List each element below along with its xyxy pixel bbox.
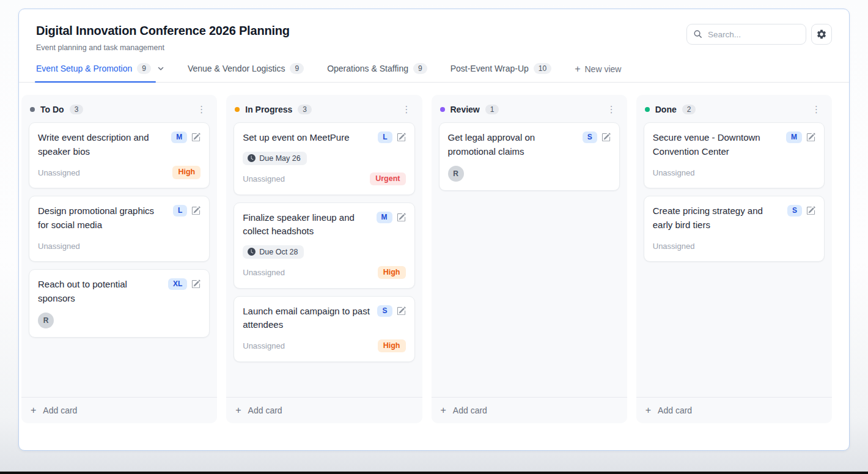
add-card-button[interactable]: +Add card	[21, 397, 217, 423]
column-menu-button[interactable]: ⋮	[194, 103, 208, 115]
plus-icon: +	[575, 64, 580, 74]
task-card[interactable]: Write event description and speaker bios…	[29, 122, 210, 188]
column-name: To Do	[40, 105, 64, 114]
size-badge: XL	[168, 278, 187, 290]
search-box	[686, 24, 806, 45]
status-dot	[30, 107, 35, 112]
add-card-label: Add card	[658, 405, 692, 415]
avatar[interactable]: R	[448, 166, 464, 182]
priority-badge: High	[172, 166, 200, 179]
screen-edge-strip	[0, 472, 868, 474]
assignee-label: Unassigned	[653, 242, 695, 251]
edit-card-button[interactable]	[191, 278, 200, 289]
task-card[interactable]: Launch email campaign to past attendeesS…	[234, 296, 414, 362]
card-title: Finalize speaker lineup and collect head…	[243, 211, 370, 239]
task-card[interactable]: Create pricing strategy and early bird t…	[644, 196, 825, 262]
edit-card-button[interactable]	[397, 131, 406, 142]
assignee-label: Unassigned	[243, 341, 285, 350]
column-cards: Get legal approval on promotional claims…	[432, 121, 627, 397]
column-count-badge: 3	[298, 105, 312, 114]
column-count-badge: 1	[485, 105, 499, 114]
card-actions: M	[377, 211, 406, 239]
edit-card-button[interactable]	[397, 305, 406, 316]
column-done: Done2⋮Secure venue - Downtown Convention…	[636, 95, 832, 423]
edit-card-button[interactable]	[191, 205, 200, 215]
column-header: Review1⋮	[432, 95, 627, 121]
edit-card-button[interactable]	[601, 131, 611, 142]
card-title: Get legal approval on promotional claims	[448, 131, 576, 158]
column-cards: Secure venue - Downtown Convention Cente…	[636, 121, 832, 397]
task-card[interactable]: Set up event on MeetPureLDue May 26Unass…	[234, 122, 414, 195]
tab-event-setup-promotion[interactable]: Event Setup & Promotion9	[36, 63, 164, 82]
task-card[interactable]: Design promotional graphics for social m…	[29, 196, 210, 262]
card-actions: M	[171, 131, 200, 158]
card-bottom: UnassignedHigh	[38, 166, 200, 179]
add-card-button[interactable]: +Add card	[636, 397, 832, 423]
column-in-progress: In Progress3⋮Set up event on MeetPureLDu…	[226, 95, 422, 423]
card-actions: S	[377, 305, 405, 332]
tab-label: Operations & Staffing	[327, 64, 408, 73]
search-input[interactable]	[686, 24, 806, 45]
card-top: Reach out to potential sponsorsXL	[38, 278, 200, 305]
task-card[interactable]: Get legal approval on promotional claims…	[439, 122, 620, 191]
tab-post-event-wrap-up[interactable]: Post-Event Wrap-Up10	[451, 63, 551, 82]
app-header: Digital Innovation Conference 2026 Plann…	[19, 9, 849, 52]
edit-icon	[397, 213, 406, 222]
column-menu-button[interactable]: ⋮	[809, 103, 823, 115]
chevron-down-icon[interactable]	[157, 65, 164, 72]
add-card-label: Add card	[43, 405, 77, 415]
column-menu-button[interactable]: ⋮	[400, 103, 414, 115]
add-card-button[interactable]: +Add card	[432, 397, 627, 423]
card-title: Reach out to potential sponsors	[38, 278, 162, 305]
clock-icon	[248, 248, 256, 256]
column-menu-button[interactable]: ⋮	[605, 103, 619, 115]
edit-icon	[191, 280, 200, 289]
clock-icon	[248, 154, 256, 162]
settings-button[interactable]	[811, 24, 832, 45]
card-bottom: Unassigned	[653, 239, 815, 253]
task-card[interactable]: Secure venue - Downtown Convention Cente…	[644, 122, 825, 188]
card-actions: M	[786, 131, 815, 158]
tab-label: Event Setup & Promotion	[36, 64, 132, 73]
due-date-label: Due Oct 28	[259, 248, 298, 256]
edit-card-button[interactable]	[191, 131, 200, 142]
task-card[interactable]: Reach out to potential sponsorsXLR	[29, 269, 210, 338]
card-top: Get legal approval on promotional claims…	[448, 131, 611, 158]
assignee-label: Unassigned	[243, 268, 285, 277]
tab-operations-staffing[interactable]: Operations & Staffing9	[327, 63, 427, 82]
card-top: Finalize speaker lineup and collect head…	[243, 211, 405, 239]
card-actions: S	[583, 131, 611, 158]
edit-card-button[interactable]	[806, 205, 815, 215]
add-card-label: Add card	[453, 405, 487, 415]
card-top: Secure venue - Downtown Convention Cente…	[653, 131, 815, 158]
add-card-button[interactable]: +Add card	[226, 397, 422, 423]
card-bottom: R	[448, 166, 611, 182]
column-count-badge: 2	[682, 105, 696, 114]
card-bottom: UnassignedUrgent	[243, 172, 405, 186]
card-bottom: UnassignedHigh	[243, 266, 405, 280]
task-card[interactable]: Finalize speaker lineup and collect head…	[234, 202, 414, 289]
edit-icon	[191, 133, 200, 142]
avatar[interactable]: R	[38, 313, 54, 328]
size-badge: L	[378, 131, 392, 143]
edit-card-button[interactable]	[397, 212, 406, 222]
tab-venue-vendor-logistics[interactable]: Venue & Vendor Logistics9	[188, 63, 304, 82]
tab-count-badge: 9	[290, 63, 304, 74]
column-cards: Set up event on MeetPureLDue May 26Unass…	[226, 121, 422, 397]
card-bottom: Unassigned	[38, 239, 200, 253]
card-bottom: UnassignedHigh	[243, 339, 405, 353]
column-count-badge: 3	[70, 105, 84, 114]
edit-card-button[interactable]	[806, 131, 815, 142]
edit-icon	[397, 133, 406, 142]
plus-icon: +	[31, 405, 36, 415]
card-actions: L	[173, 204, 200, 232]
kanban-app-window: Digital Innovation Conference 2026 Plann…	[18, 9, 850, 451]
tabs: Event Setup & Promotion9Venue & Vendor L…	[19, 52, 849, 83]
new-view-button[interactable]: +New view	[575, 64, 621, 82]
size-badge: M	[171, 131, 187, 143]
status-dot	[440, 107, 445, 112]
tab-label: Post-Event Wrap-Up	[451, 64, 529, 73]
priority-badge: Urgent	[370, 172, 405, 186]
card-title: Create pricing strategy and early bird t…	[653, 204, 781, 232]
card-top: Set up event on MeetPureL	[243, 131, 405, 145]
